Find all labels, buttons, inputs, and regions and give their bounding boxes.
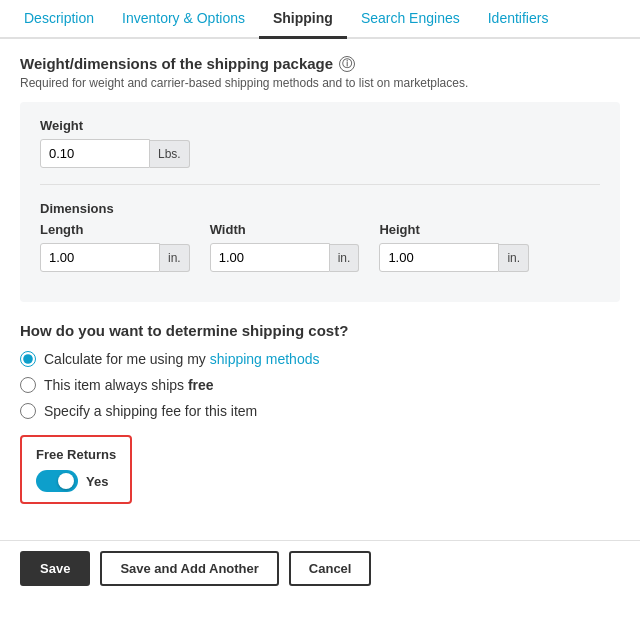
width-group: Width in. xyxy=(210,222,360,272)
cancel-button[interactable]: Cancel xyxy=(289,551,372,586)
cost-title: How do you want to determine shipping co… xyxy=(20,322,620,339)
radio-free: This item always ships free xyxy=(20,377,620,393)
width-unit: in. xyxy=(330,244,360,272)
height-group: Height in. xyxy=(379,222,529,272)
weight-input[interactable]: 0.10 xyxy=(40,139,150,168)
height-label: Height xyxy=(379,222,529,237)
footer-buttons: Save Save and Add Another Cancel xyxy=(0,540,640,602)
radio-calculate: Calculate for me using my shipping metho… xyxy=(20,351,620,367)
toggle-yes-label: Yes xyxy=(86,474,108,489)
weight-input-group: 0.10 Lbs. xyxy=(40,139,600,168)
shipping-methods-link[interactable]: shipping methods xyxy=(210,351,320,367)
package-desc: Required for weight and carrier-based sh… xyxy=(20,76,620,90)
dimensions-group: Dimensions Length in. Width in. xyxy=(40,201,600,272)
tab-description[interactable]: Description xyxy=(10,0,108,37)
height-unit: in. xyxy=(499,244,529,272)
free-bold: free xyxy=(188,377,214,393)
dimensions-label: Dimensions xyxy=(40,201,600,216)
weight-label: Weight xyxy=(40,118,600,133)
radio-calculate-label[interactable]: Calculate for me using my shipping metho… xyxy=(44,351,319,367)
weight-group: Weight 0.10 Lbs. xyxy=(40,118,600,168)
package-dimensions-box: Weight 0.10 Lbs. Dimensions Length in. xyxy=(20,102,620,302)
free-returns-label: Free Returns xyxy=(36,447,116,462)
package-section-title: Weight/dimensions of the shipping packag… xyxy=(20,55,620,72)
tab-bar: Description Inventory & Options Shipping… xyxy=(0,0,640,39)
tab-inventory[interactable]: Inventory & Options xyxy=(108,0,259,37)
dimensions-row: Length in. Width in. Height xyxy=(40,222,600,272)
free-returns-box: Free Returns Yes xyxy=(20,435,132,504)
toggle-thumb xyxy=(58,473,74,489)
save-button[interactable]: Save xyxy=(20,551,90,586)
shipping-main: Weight/dimensions of the shipping packag… xyxy=(0,39,640,540)
radio-free-input[interactable] xyxy=(20,377,36,393)
package-title-text: Weight/dimensions of the shipping packag… xyxy=(20,55,333,72)
length-input[interactable] xyxy=(40,243,160,272)
width-input-group: in. xyxy=(210,243,360,272)
free-returns-toggle[interactable] xyxy=(36,470,78,492)
length-label: Length xyxy=(40,222,190,237)
toggle-row: Yes xyxy=(36,470,116,492)
height-input[interactable] xyxy=(379,243,499,272)
save-add-button[interactable]: Save and Add Another xyxy=(100,551,278,586)
radio-specify-input[interactable] xyxy=(20,403,36,419)
radio-specify-label[interactable]: Specify a shipping fee for this item xyxy=(44,403,257,419)
width-input[interactable] xyxy=(210,243,330,272)
shipping-cost-section: How do you want to determine shipping co… xyxy=(20,322,620,419)
tab-search-engines[interactable]: Search Engines xyxy=(347,0,474,37)
divider xyxy=(40,184,600,185)
tab-shipping[interactable]: Shipping xyxy=(259,0,347,39)
radio-free-label[interactable]: This item always ships free xyxy=(44,377,214,393)
info-icon[interactable]: ⓘ xyxy=(339,56,355,72)
height-input-group: in. xyxy=(379,243,529,272)
radio-calculate-input[interactable] xyxy=(20,351,36,367)
weight-unit: Lbs. xyxy=(150,140,190,168)
length-unit: in. xyxy=(160,244,190,272)
width-label: Width xyxy=(210,222,360,237)
length-input-group: in. xyxy=(40,243,190,272)
tab-identifiers[interactable]: Identifiers xyxy=(474,0,563,37)
length-group: Length in. xyxy=(40,222,190,272)
radio-specify: Specify a shipping fee for this item xyxy=(20,403,620,419)
